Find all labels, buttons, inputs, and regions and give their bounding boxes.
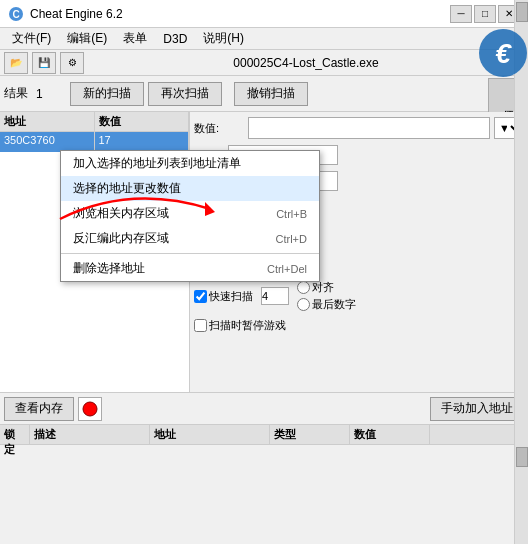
last-digit-label: 最后数字: [312, 297, 356, 312]
addr-table-scrollbar-thumb: [516, 447, 528, 467]
minimize-button[interactable]: ─: [450, 5, 472, 23]
ctx-change-value[interactable]: 选择的地址更改数值: [61, 176, 190, 201]
value-label: 数值:: [194, 121, 244, 136]
ctx-separator: [61, 253, 190, 254]
address-list-panel: 地址 数值 350C3760 17 加入选择的地址列表到地址清单 选择的地址更改…: [0, 112, 190, 392]
content-area: 地址 数值 350C3760 17 加入选择的地址列表到地址清单 选择的地址更改…: [0, 112, 528, 392]
fast-scan-checkbox-label: 快速扫描: [194, 289, 253, 304]
process-name: 000025C4-Lost_Castle.exe: [88, 56, 524, 70]
align-label: 对齐: [312, 280, 334, 295]
title-bar: C Cheat Engine 6.2 ─ □ ✕: [0, 0, 528, 28]
value-input[interactable]: [248, 117, 490, 139]
ctx-delete-address[interactable]: 删除选择地址 Ctrl+Del: [61, 256, 190, 281]
last-digit-radio[interactable]: [297, 298, 310, 311]
th-val: 数值: [350, 425, 430, 444]
menu-d3d[interactable]: D3D: [155, 30, 195, 48]
title-text: Cheat Engine 6.2: [30, 7, 123, 21]
fast-scan-row: 快速扫描 对齐 最后数字: [194, 280, 524, 312]
pause-game-checkbox-label: 扫描时暂停游戏: [194, 318, 286, 333]
app-icon: C: [8, 6, 24, 22]
row-value: 17: [95, 132, 190, 152]
menu-table[interactable]: 表单: [115, 28, 155, 49]
row-address: 350C3760: [0, 132, 95, 152]
svg-point-5: [83, 402, 97, 416]
bottom-bar: 查看内存 手动加入地址: [0, 392, 528, 424]
pause-game-checkbox[interactable]: [194, 319, 207, 332]
menu-help[interactable]: 说明(H): [195, 28, 252, 49]
fast-scan-label: 快速扫描: [209, 289, 253, 304]
stop-icon: [82, 401, 98, 417]
manual-add-button[interactable]: 手动加入地址: [430, 397, 524, 421]
menu-edit[interactable]: 编辑(E): [59, 28, 115, 49]
result-label: 结果: [4, 85, 28, 102]
list-header: 地址 数值: [0, 112, 189, 132]
th-desc: 描述: [30, 425, 150, 444]
scan-area: 结果 1 新的扫描 再次扫描 撤销扫描: [0, 76, 528, 112]
svg-text:€: €: [495, 38, 512, 69]
toolbar-icon-open[interactable]: 📂: [4, 52, 28, 74]
context-menu: 加入选择的地址列表到地址清单 选择的地址更改数值 浏览相关内存区域 Ctrl+B…: [60, 150, 190, 282]
pause-game-row: 扫描时暂停游戏: [194, 318, 524, 333]
ctx-add-to-list[interactable]: 加入选择的地址列表到地址清单: [61, 151, 190, 176]
menu-file[interactable]: 文件(F): [4, 28, 59, 49]
header-value: 数值: [95, 112, 190, 131]
th-type: 类型: [270, 425, 350, 444]
svg-text:C: C: [12, 9, 19, 20]
next-scan-button[interactable]: 再次扫描: [148, 82, 222, 106]
new-scan-button[interactable]: 新的扫描: [70, 82, 144, 106]
ce-logo: €: [478, 28, 528, 78]
mem-view-button[interactable]: 查看内存: [4, 397, 74, 421]
align-options: 对齐 最后数字: [297, 280, 356, 312]
ctx-disassemble[interactable]: 反汇编此内存区域 Ctrl+D: [61, 226, 190, 251]
process-bar: 📂 💾 ⚙ 000025C4-Lost_Castle.exe: [0, 50, 528, 76]
th-addr: 地址: [150, 425, 270, 444]
th-lock: 锁定: [0, 425, 30, 444]
list-row[interactable]: 350C3760 17: [0, 132, 189, 152]
scrollbar-thumb: [516, 2, 528, 22]
pause-game-label: 扫描时暂停游戏: [209, 318, 286, 333]
menu-bar: 文件(F) 编辑(E) 表单 D3D 说明(H): [0, 28, 528, 50]
cancel-scan-button[interactable]: 撤销扫描: [234, 82, 308, 106]
value-row: 数值: ▼: [194, 116, 524, 140]
stop-icon-button[interactable]: [78, 397, 102, 421]
align-radio[interactable]: [297, 281, 310, 294]
header-address: 地址: [0, 112, 95, 131]
address-table: 锁定 描述 地址 类型 数值: [0, 424, 528, 445]
fast-scan-value[interactable]: [261, 287, 289, 305]
toolbar-icon-save[interactable]: 💾: [32, 52, 56, 74]
fast-scan-checkbox[interactable]: [194, 290, 207, 303]
ctx-browse-memory[interactable]: 浏览相关内存区域 Ctrl+B: [61, 201, 190, 226]
maximize-button[interactable]: □: [474, 5, 496, 23]
addr-table-header: 锁定 描述 地址 类型 数值: [0, 425, 528, 445]
toolbar-icon-settings[interactable]: ⚙: [60, 52, 84, 74]
result-value: 1: [36, 87, 66, 101]
